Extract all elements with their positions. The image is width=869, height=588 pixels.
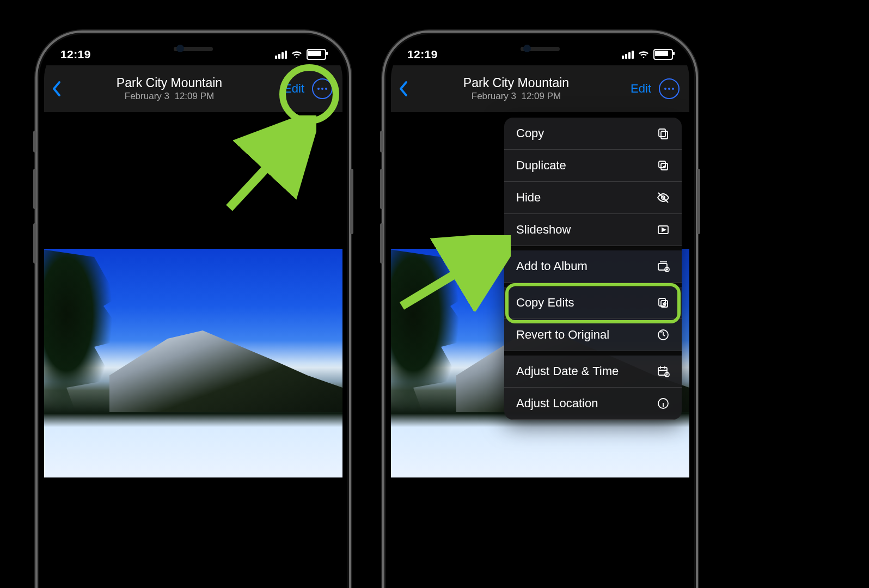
- notch: [484, 39, 596, 60]
- edit-button[interactable]: Edit: [631, 82, 651, 96]
- menu-duplicate[interactable]: Duplicate: [504, 150, 682, 182]
- menu-label: Hide: [516, 191, 541, 205]
- chevron-left-icon: [52, 81, 62, 97]
- menu-copy-edits[interactable]: Copy Edits: [504, 283, 682, 319]
- svg-line-0: [229, 132, 300, 208]
- album-add-icon: [657, 260, 670, 273]
- wifi-icon: [638, 50, 649, 59]
- menu-slideshow[interactable]: Slideshow: [504, 214, 682, 246]
- back-button[interactable]: [391, 81, 416, 97]
- screen-left: 12:19 Park City Mountain February 3 12:0…: [44, 39, 342, 588]
- calendar-clock-icon: [657, 365, 670, 378]
- copy-icon: [657, 127, 670, 140]
- play-rect-icon: [657, 223, 670, 236]
- menu-hide[interactable]: Hide: [504, 182, 682, 214]
- iphone-frame-right: 12:19 Park City Mountain February 3 12:0…: [382, 30, 698, 588]
- svg-rect-1: [661, 131, 668, 139]
- menu-label: Adjust Date & Time: [516, 364, 619, 378]
- svg-rect-8: [658, 264, 667, 270]
- menu-label: Copy: [516, 126, 544, 140]
- edit-button[interactable]: Edit: [284, 82, 304, 96]
- back-button[interactable]: [44, 81, 69, 97]
- menu-add-to-album[interactable]: Add to Album: [504, 246, 682, 283]
- menu-revert-original[interactable]: Revert to Original: [504, 319, 682, 351]
- notch: [137, 39, 249, 60]
- battery-icon: [307, 49, 326, 60]
- status-time: 12:19: [60, 48, 91, 61]
- photo-subtitle: February 3 12:09 PM: [69, 91, 270, 102]
- photo-navbar: Park City Mountain February 3 12:09 PM E…: [44, 65, 342, 112]
- wifi-icon: [291, 50, 302, 59]
- menu-label: Slideshow: [516, 223, 571, 237]
- battery-icon: [653, 49, 673, 60]
- menu-adjust-date-time[interactable]: Adjust Date & Time: [504, 351, 682, 388]
- eye-slash-icon: [657, 191, 670, 204]
- actions-menu: Copy Duplicate Hide Slideshow Add to Alb…: [504, 118, 682, 420]
- menu-copy[interactable]: Copy: [504, 118, 682, 150]
- photo-navbar: Park City Mountain February 3 12:09 PM E…: [391, 65, 689, 112]
- info-icon: [657, 397, 670, 410]
- annotation-arrow-left: [218, 115, 316, 213]
- menu-label: Duplicate: [516, 158, 566, 173]
- photo-title: Park City Mountain: [69, 76, 270, 90]
- ellipsis-icon: [317, 88, 327, 90]
- iphone-frame-left: 12:19 Park City Mountain February 3 12:0…: [35, 30, 351, 588]
- duplicate-icon: [657, 159, 670, 172]
- cellular-icon: [275, 51, 287, 59]
- menu-adjust-location[interactable]: Adjust Location: [504, 388, 682, 420]
- status-time: 12:19: [407, 48, 438, 61]
- menu-label: Copy Edits: [516, 296, 574, 310]
- photo-title: Park City Mountain: [416, 76, 616, 90]
- chevron-left-icon: [399, 81, 408, 97]
- svg-rect-14: [658, 367, 667, 375]
- menu-label: Adjust Location: [516, 396, 598, 411]
- more-button[interactable]: [659, 78, 680, 99]
- svg-rect-2: [659, 129, 665, 137]
- photo-subtitle: February 3 12:09 PM: [416, 91, 616, 102]
- ellipsis-icon: [664, 88, 674, 90]
- svg-point-12: [664, 303, 665, 305]
- photo-viewer[interactable]: [44, 249, 342, 477]
- cellular-icon: [622, 51, 634, 59]
- screen-right: 12:19 Park City Mountain February 3 12:0…: [391, 39, 689, 588]
- revert-icon: [657, 328, 670, 341]
- menu-label: Add to Album: [516, 259, 588, 273]
- copy-edits-icon: [657, 296, 670, 309]
- more-button[interactable]: [312, 78, 333, 99]
- menu-label: Revert to Original: [516, 328, 609, 342]
